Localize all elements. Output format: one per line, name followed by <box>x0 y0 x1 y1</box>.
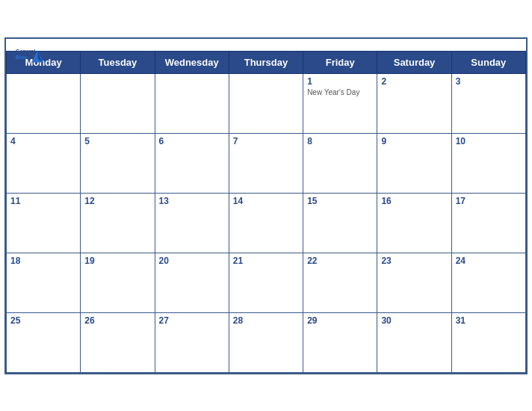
week-row-2: 45678910 <box>7 133 526 193</box>
day-number: 26 <box>84 315 150 326</box>
day-number: 23 <box>381 256 447 266</box>
day-cell: 1New Year's Day <box>303 73 377 133</box>
day-number: 17 <box>456 196 522 206</box>
week-row-1: 1New Year's Day23 <box>7 73 526 133</box>
day-number: 16 <box>381 196 447 206</box>
day-cell: 15 <box>303 193 377 253</box>
day-cell: 18 <box>7 253 81 312</box>
day-number: 4 <box>10 136 76 146</box>
day-cell: 5 <box>81 133 155 193</box>
day-number: 20 <box>159 256 225 266</box>
day-number: 30 <box>381 315 447 326</box>
day-cell: 29 <box>303 312 377 372</box>
day-cell: 25 <box>7 312 81 372</box>
day-cell: 24 <box>451 253 525 312</box>
day-number: 31 <box>456 315 522 326</box>
day-number: 1 <box>307 76 373 87</box>
day-number: 27 <box>159 315 225 326</box>
weekday-wednesday: Wednesday <box>155 51 229 73</box>
day-cell: 11 <box>7 193 81 253</box>
day-number: 14 <box>233 196 299 206</box>
day-cell: 20 <box>155 253 229 312</box>
day-cell: 2 <box>377 73 451 133</box>
day-number: 2 <box>381 76 447 87</box>
day-number: 25 <box>10 315 76 326</box>
day-number: 12 <box>84 196 150 206</box>
day-number: 11 <box>10 196 76 206</box>
calendar-header: General Blue <box>6 39 526 51</box>
calendar: General Blue MondayTuesdayWednesdayThurs… <box>4 37 528 374</box>
day-number: 3 <box>456 76 522 87</box>
day-number: 10 <box>456 136 522 146</box>
day-number: 8 <box>307 136 373 146</box>
calendar-table: MondayTuesdayWednesdayThursdayFridaySatu… <box>6 51 526 373</box>
day-number: 15 <box>307 196 373 206</box>
day-cell: 23 <box>377 253 451 312</box>
day-cell: 17 <box>451 193 525 253</box>
day-number: 24 <box>456 256 522 266</box>
day-cell: 28 <box>229 312 303 372</box>
day-cell <box>81 73 155 133</box>
day-number: 18 <box>10 256 76 266</box>
weekday-thursday: Thursday <box>229 51 303 73</box>
day-cell: 10 <box>451 133 525 193</box>
day-cell <box>7 73 81 133</box>
weekday-friday: Friday <box>303 51 377 73</box>
day-cell: 14 <box>229 193 303 253</box>
day-cell: 13 <box>155 193 229 253</box>
day-number: 7 <box>233 136 299 146</box>
day-number: 9 <box>381 136 447 146</box>
weekday-header-row: MondayTuesdayWednesdayThursdayFridaySatu… <box>7 51 526 73</box>
day-number: 28 <box>233 315 299 326</box>
day-cell: 19 <box>81 253 155 312</box>
weekday-sunday: Sunday <box>451 51 525 73</box>
day-cell: 4 <box>7 133 81 193</box>
day-number: 19 <box>84 256 150 266</box>
weekday-saturday: Saturday <box>377 51 451 73</box>
day-cell: 22 <box>303 253 377 312</box>
day-cell: 27 <box>155 312 229 372</box>
svg-text:Blue: Blue <box>16 53 28 60</box>
day-cell <box>229 73 303 133</box>
day-cell: 31 <box>451 312 525 372</box>
day-cell: 26 <box>81 312 155 372</box>
day-number: 6 <box>159 136 225 146</box>
week-row-4: 18192021222324 <box>7 253 526 312</box>
day-number: 13 <box>159 196 225 206</box>
weekday-tuesday: Tuesday <box>81 51 155 73</box>
day-cell: 16 <box>377 193 451 253</box>
week-row-3: 11121314151617 <box>7 193 526 253</box>
day-cell: 7 <box>229 133 303 193</box>
day-cell <box>155 73 229 133</box>
brand-logo: General Blue <box>15 45 45 66</box>
day-cell: 12 <box>81 193 155 253</box>
day-number: 5 <box>84 136 150 146</box>
week-row-5: 25262728293031 <box>7 312 526 372</box>
day-number: 22 <box>307 256 373 266</box>
day-cell: 21 <box>229 253 303 312</box>
day-cell: 8 <box>303 133 377 193</box>
day-cell: 9 <box>377 133 451 193</box>
day-number: 21 <box>233 256 299 266</box>
day-cell: 6 <box>155 133 229 193</box>
day-cell: 30 <box>377 312 451 372</box>
day-number: 29 <box>307 315 373 326</box>
holiday-label: New Year's Day <box>307 88 373 97</box>
day-cell: 3 <box>451 73 525 133</box>
